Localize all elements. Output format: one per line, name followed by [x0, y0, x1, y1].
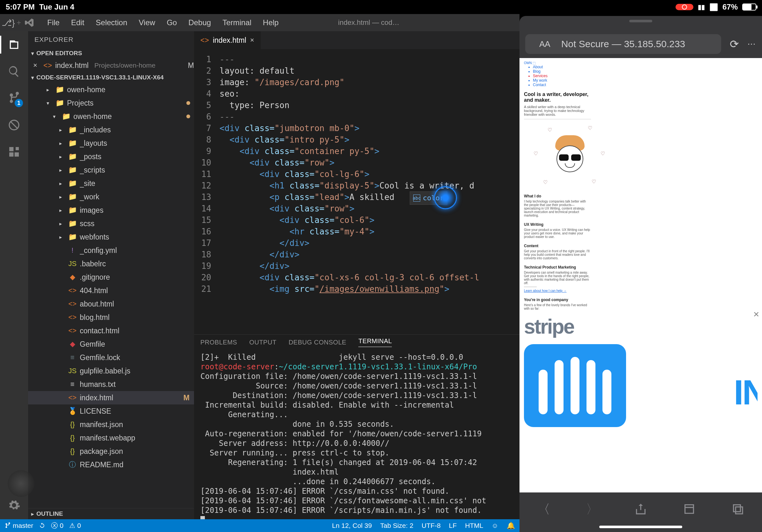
tree-item-about-html[interactable]: <>about.html	[28, 297, 194, 311]
open-editors-header[interactable]: ▾ OPEN EDITORS	[28, 48, 194, 59]
activity-scm[interactable]: 1	[6, 91, 22, 106]
workspace-header[interactable]: ▾ CODE-SERVER1.1119-VSC1.33.1-LINUX-X64	[28, 72, 194, 83]
safari-webview[interactable]: OWN ⬚ About Blog Services My work Contac…	[519, 58, 762, 493]
outline-header[interactable]: ▸ OUTLINE	[28, 508, 194, 519]
slideover-grabber[interactable]	[519, 16, 762, 30]
tree-item--layouts[interactable]: ▸📁_layouts	[28, 137, 194, 150]
forward-icon[interactable]: 〉	[586, 500, 599, 518]
sb-encoding[interactable]: UTF-8	[421, 522, 441, 529]
tree-item--gitignore[interactable]: ◆.gitignore	[28, 270, 194, 284]
tree-item-owen-home[interactable]: ▸📁owen-home	[28, 83, 194, 96]
tabs-icon[interactable]	[731, 503, 744, 515]
modified-badge: M	[184, 394, 194, 402]
screen-record-indicator[interactable]	[675, 4, 693, 10]
menu-selection[interactable]: Selection	[90, 18, 133, 27]
close-icon[interactable]: ×	[250, 36, 254, 44]
panel-tab-terminal[interactable]: TERMINAL	[358, 337, 392, 347]
tree-item--scripts[interactable]: ▸📁_scripts	[28, 163, 194, 177]
tree-item-webfonts[interactable]: ▸📁webfonts	[28, 230, 194, 244]
tree-item-gemfile[interactable]: ◆Gemfile	[28, 337, 194, 351]
tree-item-contact-html[interactable]: <>contact.html	[28, 324, 194, 337]
sb-spaces[interactable]: Tab Size: 2	[380, 522, 413, 529]
menu-go[interactable]: Go	[161, 18, 183, 27]
text-size-icon[interactable]: AA	[539, 39, 551, 49]
sb-errors[interactable]: ⓧ 0	[51, 521, 63, 530]
tree-item-projects[interactable]: ▾📁Projects	[28, 96, 194, 110]
intellisense-suggest[interactable]: abc color	[410, 191, 447, 205]
activity-search[interactable]	[6, 64, 22, 79]
activity-settings[interactable]	[6, 498, 22, 513]
tree-item-label: 404.html	[80, 287, 194, 295]
close-icon[interactable]: ✕	[753, 310, 759, 319]
tree-item-404-html[interactable]: <>404.html	[28, 284, 194, 297]
tree-item-manifest-webapp[interactable]: {}manifest.webapp	[28, 431, 194, 445]
tree-item-manifest-json[interactable]: {}manifest.json	[28, 418, 194, 431]
menu-debug[interactable]: Debug	[183, 18, 217, 27]
tree-item-gulpfile-babel-js[interactable]: JSgulpfile.babel.js	[28, 364, 194, 378]
more-icon[interactable]: ⋯	[747, 39, 756, 49]
bookmarks-icon[interactable]	[683, 503, 696, 515]
nav-blog[interactable]: Blog	[533, 69, 758, 74]
menu-help[interactable]: Help	[257, 18, 284, 27]
ipad-status-bar: 5:07 PM Tue Jun 4 ▮▮ 67%	[0, 0, 762, 14]
sb-sync[interactable]	[39, 522, 45, 529]
sb-branch[interactable]: master	[4, 522, 33, 529]
tree-item--posts[interactable]: ▸📁_posts	[28, 150, 194, 163]
tree-item-label: manifest.json	[80, 420, 194, 429]
tree-item-label: gulpfile.babel.js	[80, 367, 194, 375]
sb-eol[interactable]: LF	[449, 522, 457, 529]
tree-item--includes[interactable]: ▸📁_includes	[28, 123, 194, 137]
panel-tab-problems[interactable]: PROBLEMS	[200, 339, 237, 346]
sb-warnings[interactable]: ⚠ 0	[69, 522, 81, 529]
activity-extensions[interactable]	[6, 144, 22, 160]
menu-terminal[interactable]: Terminal	[217, 18, 257, 27]
json-icon: {}	[68, 447, 77, 455]
code-editor[interactable]: 123456789101112131415161718192021 ---lay…	[194, 49, 519, 334]
tree-item-index-html[interactable]: <>index.htmlM	[28, 391, 194, 404]
panel-tab-output[interactable]: OUTPUT	[249, 339, 276, 346]
back-icon[interactable]: 〈	[537, 500, 550, 518]
tab-index-html[interactable]: <> index.html ×	[194, 31, 261, 49]
sb-ln-col[interactable]: Ln 12, Col 39	[332, 522, 372, 529]
tree-item-images[interactable]: ▸📁images	[28, 204, 194, 217]
menu-view[interactable]: View	[133, 18, 161, 27]
tree-item--site[interactable]: ▸📁_site	[28, 177, 194, 190]
tree-item-scss[interactable]: ▸📁scss	[28, 217, 194, 230]
tree-item-gemfile-lock[interactable]: ≡Gemfile.lock	[28, 351, 194, 364]
tree-item-owen-home[interactable]: ▾📁owen-home	[28, 110, 194, 123]
cta-link[interactable]: Learn about how I can help →	[524, 289, 758, 293]
activity-explorer[interactable]	[6, 37, 22, 52]
sb-bell-icon[interactable]: 🔔	[507, 522, 515, 529]
home-indicator[interactable]	[599, 526, 682, 528]
assistive-touch-button[interactable]	[8, 470, 35, 497]
terminal-output[interactable]: [2]+ Killed jekyll serve --host=0.0.0.0r…	[194, 350, 519, 519]
activity-debug[interactable]	[6, 117, 22, 133]
sb-feedback-icon[interactable]: ☺	[492, 522, 498, 529]
nav-work[interactable]: My work	[533, 78, 758, 83]
tree-item--work[interactable]: ▸📁_work	[28, 190, 194, 204]
tree-item-humans-txt[interactable]: ≡humans.txt	[28, 378, 194, 391]
nav-services[interactable]: Services	[533, 74, 758, 78]
open-editor-item[interactable]: × <> index.html Projects/owen-home M	[28, 59, 194, 72]
panel-tab-debug[interactable]: DEBUG CONSOLE	[288, 339, 346, 346]
menu-edit[interactable]: Edit	[65, 18, 90, 27]
tree-item-license[interactable]: 🏅LICENSE	[28, 404, 194, 418]
menu-file[interactable]: File	[41, 18, 65, 27]
tree-item-label: _config.yml	[80, 246, 194, 255]
tree-item--babelrc[interactable]: JS.babelrc	[28, 257, 194, 270]
tree-item-blog-html[interactable]: <>blog.html	[28, 311, 194, 324]
tree-item-readme-md[interactable]: ⓘREADME.md	[28, 458, 194, 471]
share-icon[interactable]	[634, 503, 647, 515]
tree-item-label: owen-home	[73, 112, 183, 121]
html-icon: <>	[68, 313, 77, 321]
tree-item-package-json[interactable]: {}package.json	[28, 445, 194, 458]
reload-icon[interactable]: ⟳	[727, 37, 741, 51]
nav-about[interactable]: About	[533, 65, 758, 69]
html-icon: <>	[43, 61, 52, 70]
nav-contact[interactable]: Contact	[533, 83, 758, 87]
modified-badge: M	[188, 61, 194, 70]
address-field[interactable]: AA Not Secure — 35.185.50.233	[525, 34, 721, 54]
tree-item--config-yml[interactable]: !_config.yml	[28, 244, 194, 257]
sb-lang[interactable]: HTML	[465, 522, 483, 529]
close-icon[interactable]: ×	[33, 61, 40, 70]
